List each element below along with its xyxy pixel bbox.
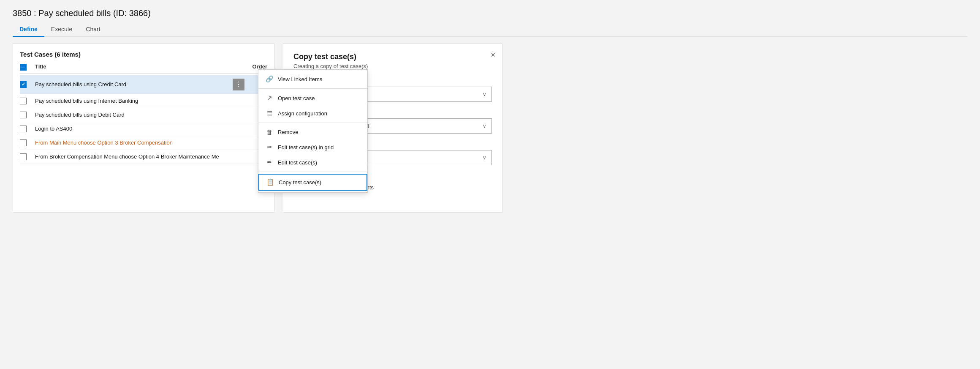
panel-title: Test Cases (6 items) [20,51,267,58]
menu-item-edit-grid[interactable]: ✏ Edit test case(s) in grid [258,139,367,155]
menu-item-open-test-case[interactable]: ↗ Open test case [258,90,367,106]
header-order-col: Order [246,63,267,70]
row-checkbox[interactable] [20,98,35,104]
table-header: Title Order [20,63,267,74]
tab-chart[interactable]: Chart [79,22,107,37]
menu-item-edit-cases[interactable]: ✒ Edit test case(s) [258,155,367,170]
row-title-4: Login to AS400 [35,126,246,132]
menu-label-view-linked: View Linked Items [278,76,322,82]
menu-label-copy-cases: Copy test case(s) [279,179,321,186]
test-cases-panel: Test Cases (6 items) Title Order Pay sch… [13,44,274,213]
menu-label-open-test-case: Open test case [278,95,315,101]
page-title: 3850 : Pay scheduled bills (ID: 3866) [13,8,967,18]
select-all-checkbox[interactable] [20,64,27,71]
row-checkbox[interactable] [20,112,35,118]
menu-item-copy-cases[interactable]: 📋 Copy test case(s) [258,174,367,191]
row-title-2: Pay scheduled bills using Internet Banki… [35,98,246,104]
row-checkbox-3[interactable] [20,112,27,118]
menu-divider-1 [258,88,367,89]
edit-icon: ✒ [265,159,274,166]
copy-panel-title: Copy test case(s) [293,52,492,61]
row-title-6: From Broker Compensation Menu choose Opt… [35,153,246,160]
open-icon: ↗ [265,94,274,102]
copy-icon: 📋 [266,178,274,186]
menu-item-remove[interactable]: 🗑 Remove [258,125,367,139]
row-title-1: Pay scheduled bills using Credit Card [35,81,233,87]
link-icon: 🔗 [265,75,274,83]
row-checkbox-2[interactable] [20,98,27,104]
row-title-5: From Main Menu choose Option 3 Broker Co… [35,139,246,146]
menu-divider-3 [258,172,367,172]
menu-label-edit-cases: Edit test case(s) [278,159,317,166]
row-checkbox-1[interactable] [20,81,27,88]
row-checkbox-5[interactable] [20,139,27,146]
table-row: From Broker Compensation Menu choose Opt… [20,150,267,164]
table-row: Pay scheduled bills using Internet Banki… [20,94,267,108]
row-checkbox-6[interactable] [20,153,27,160]
menu-divider-2 [258,123,367,123]
config-icon: ☰ [265,109,274,117]
trash-icon: 🗑 [265,128,274,136]
table-row: From Main Menu choose Option 3 Broker Co… [20,136,267,150]
table-row: Pay scheduled bills using Debit Card 4 [20,108,267,122]
main-layout: Test Cases (6 items) Title Order Pay sch… [13,44,967,213]
row-title-3: Pay scheduled bills using Debit Card [35,112,246,118]
row-menu-button-1[interactable]: ⋮ [233,79,244,90]
tab-define[interactable]: Define [13,22,44,37]
row-checkbox[interactable] [20,153,35,160]
menu-item-assign-config[interactable]: ☰ Assign configuration [258,106,367,121]
menu-label-edit-grid: Edit test case(s) in grid [278,144,334,150]
row-checkbox-4[interactable] [20,126,27,132]
menu-item-view-linked[interactable]: 🔗 View Linked Items [258,71,367,87]
row-checkbox[interactable] [20,126,35,132]
table-row: Login to AS400 5 [20,122,267,136]
menu-label-remove: Remove [278,129,298,135]
chevron-down-icon: ∨ [483,91,486,97]
close-button[interactable]: × [491,51,495,60]
header-checkbox-col [20,63,35,71]
table-row: Pay scheduled bills using Credit Card ⋮ … [20,75,267,94]
header-title-col: Title [35,63,246,70]
context-menu: 🔗 View Linked Items ↗ Open test case ☰ A… [258,69,368,193]
row-checkbox[interactable] [20,81,35,88]
chevron-down-icon: ∨ [483,123,486,129]
copy-panel-subtitle: Creating a copy of test case(s) [293,63,492,69]
tab-execute[interactable]: Execute [44,22,79,37]
chevron-down-icon: ∨ [483,155,486,161]
row-checkbox[interactable] [20,139,35,146]
menu-label-assign-config: Assign configuration [278,110,327,117]
edit-grid-icon: ✏ [265,143,274,151]
tabs-container: Define Execute Chart [13,22,967,37]
linked-title-5[interactable]: From Main Menu choose Option 3 Broker Co… [35,139,173,146]
